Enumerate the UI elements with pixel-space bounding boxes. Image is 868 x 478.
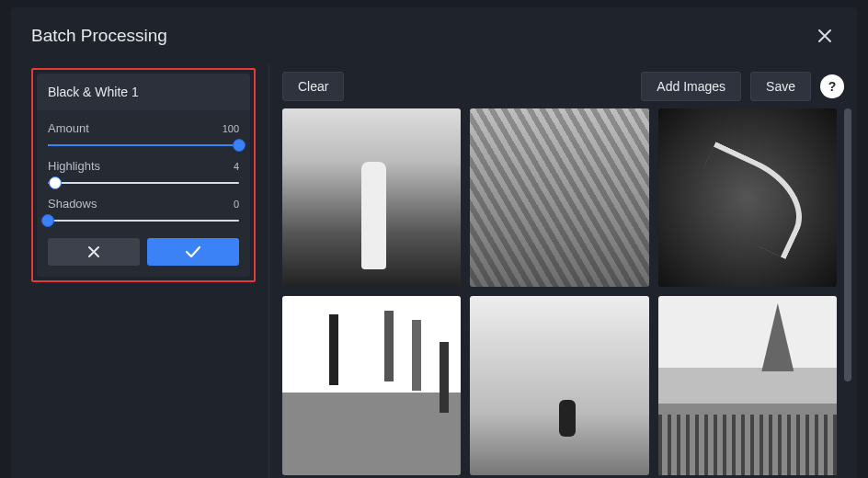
image-gallery: [282, 108, 837, 478]
confirm-effect-button[interactable]: [147, 238, 239, 266]
effect-title: Black & White 1: [48, 85, 239, 99]
slider-value: 100: [223, 123, 239, 134]
slider-label: Highlights: [48, 159, 100, 173]
slider-track-amount[interactable]: [48, 144, 239, 146]
close-button[interactable]: [813, 24, 837, 48]
modal-header: Batch Processing: [11, 7, 857, 64]
gallery-thumb[interactable]: [282, 296, 461, 474]
slider-thumb[interactable]: [233, 139, 246, 152]
save-button[interactable]: Save: [750, 72, 811, 101]
add-images-button[interactable]: Add Images: [641, 72, 741, 101]
slider-highlights: Highlights 4: [48, 159, 239, 184]
clear-button[interactable]: Clear: [282, 72, 344, 101]
effect-sidebar: Black & White 1 Amount 100: [11, 64, 268, 478]
modal-title: Batch Processing: [31, 26, 167, 46]
slider-value: 0: [234, 199, 239, 210]
slider-value: 4: [234, 161, 239, 172]
effect-controls: Amount 100 Highlights 4: [37, 110, 250, 238]
cancel-effect-button[interactable]: [48, 238, 140, 266]
slider-fill: [48, 144, 239, 146]
effect-panel: Black & White 1 Amount 100: [31, 68, 256, 282]
gallery-scrollbar[interactable]: [844, 108, 851, 478]
slider-thumb[interactable]: [49, 176, 62, 189]
main-area: Clear Add Images Save ?: [268, 64, 857, 478]
help-button[interactable]: ?: [820, 74, 844, 98]
batch-processing-modal: Batch Processing Black & White 1 Amount …: [11, 7, 857, 478]
gallery-wrap: [269, 108, 857, 478]
modal-body: Black & White 1 Amount 100: [11, 64, 857, 478]
gallery-thumb[interactable]: [282, 108, 461, 287]
check-icon: [184, 245, 202, 259]
gallery-thumb[interactable]: [470, 108, 648, 287]
slider-track-highlights[interactable]: [48, 182, 239, 184]
slider-thumb[interactable]: [41, 214, 54, 227]
gallery-thumb[interactable]: [658, 296, 837, 474]
slider-label: Shadows: [48, 197, 97, 211]
gallery-thumb[interactable]: [470, 296, 648, 474]
x-icon: [86, 245, 101, 259]
toolbar: Clear Add Images Save ?: [269, 64, 857, 108]
slider-shadows: Shadows 0: [48, 197, 239, 222]
effect-actions: [37, 238, 250, 277]
scrollbar-thumb[interactable]: [844, 108, 851, 381]
slider-track-shadows[interactable]: [48, 220, 239, 222]
slider-label: Amount: [48, 121, 89, 135]
close-icon: [817, 28, 833, 44]
gallery-thumb[interactable]: [658, 108, 837, 287]
effect-header: Black & White 1: [37, 74, 250, 110]
slider-amount: Amount 100: [48, 121, 239, 146]
